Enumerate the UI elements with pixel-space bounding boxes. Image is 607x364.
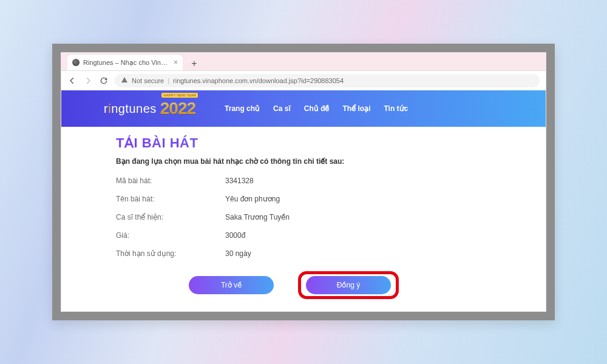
globe-icon: [72, 59, 80, 66]
url-field[interactable]: Not secure | ringtunes.vinaphone.com.vn/…: [115, 74, 540, 87]
hny-label: HAPPY NEW YEAR: [161, 93, 198, 98]
value-price: 3000đ: [225, 231, 546, 240]
song-details: Mã bài hát: 3341328 Tên bài hát: Yêu đơn…: [116, 177, 546, 258]
site-header: ringtunes HAPPY NEW YEAR 2022 Trang chủ …: [61, 90, 546, 127]
browser-window: Ringtunes – Nhạc cho VinaPhone × + Not s…: [61, 52, 546, 312]
address-bar: Not secure | ringtunes.vinaphone.com.vn/…: [61, 71, 546, 90]
browser-tab[interactable]: Ringtunes – Nhạc cho VinaPhone ×: [67, 55, 183, 70]
value-artist: Saka Trương Tuyền: [225, 213, 546, 221]
back-action-button[interactable]: Trở về: [189, 276, 274, 294]
logo-text: ringtunes: [104, 102, 157, 116]
nav-genre[interactable]: Thể loại: [342, 104, 370, 113]
security-label: Not secure: [132, 77, 164, 84]
url-separator: |: [168, 77, 169, 84]
tab-title: Ringtunes – Nhạc cho VinaPhone: [83, 59, 170, 67]
close-tab-icon[interactable]: ×: [174, 59, 178, 66]
page-title: TẢI BÀI HÁT: [116, 135, 546, 151]
value-code: 3341328: [225, 177, 546, 185]
value-name: Yêu đơn phương: [225, 195, 546, 203]
forward-button[interactable]: [83, 76, 93, 86]
label-artist: Ca sĩ thể hiện:: [116, 213, 225, 221]
back-button[interactable]: [67, 76, 77, 86]
tab-strip: Ringtunes – Nhạc cho VinaPhone × +: [61, 53, 546, 71]
label-code: Mã bài hát:: [116, 177, 225, 185]
site-logo[interactable]: ringtunes HAPPY NEW YEAR 2022: [104, 99, 195, 118]
intro-text: Bạn đang lựa chọn mua bài hát nhạc chờ c…: [116, 157, 546, 166]
screenshot-frame: Ringtunes – Nhạc cho VinaPhone × + Not s…: [52, 44, 555, 320]
nav-artist[interactable]: Ca sĩ: [273, 104, 291, 113]
year-badge: HAPPY NEW YEAR 2022: [160, 99, 195, 118]
action-row: Trở về Đồng ý: [189, 271, 546, 299]
nav-home[interactable]: Trang chủ: [225, 104, 260, 113]
year-text: 2022: [160, 99, 195, 118]
nav-news[interactable]: Tin tức: [384, 104, 408, 113]
agree-button[interactable]: Đồng ý: [306, 276, 391, 294]
reload-button[interactable]: [99, 76, 109, 86]
highlight-annotation: Đồng ý: [298, 271, 399, 299]
nav-topic[interactable]: Chủ đề: [304, 104, 330, 113]
new-tab-button[interactable]: +: [188, 57, 201, 70]
label-term: Thời hạn sử dụng:: [116, 249, 225, 258]
page-viewport: ringtunes HAPPY NEW YEAR 2022 Trang chủ …: [61, 90, 546, 311]
label-name: Tên bài hát:: [116, 195, 225, 203]
label-price: Giá:: [116, 231, 225, 240]
not-secure-icon: [121, 76, 128, 85]
url-text: ringtunes.vinaphone.com.vn/download.jsp?…: [173, 77, 344, 84]
value-term: 30 ngày: [225, 249, 546, 258]
main-nav: Trang chủ Ca sĩ Chủ đề Thể loại Tin tức: [225, 104, 408, 113]
page-content: TẢI BÀI HÁT Bạn đang lựa chọn mua bài há…: [61, 127, 546, 299]
